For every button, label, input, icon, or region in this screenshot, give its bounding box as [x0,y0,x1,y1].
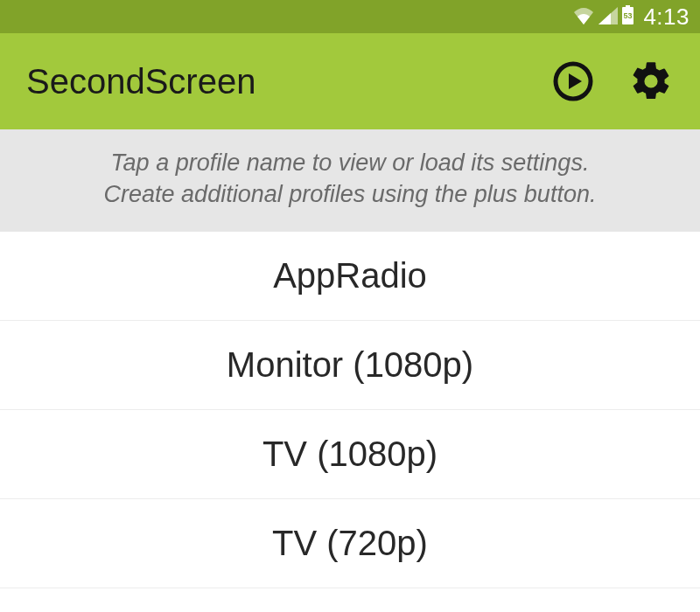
profile-label: TV (720p) [272,524,428,562]
gear-icon[interactable] [628,59,674,104]
wifi-icon [572,3,595,31]
profile-label: TV (1080p) [262,435,438,473]
cell-signal-icon [598,3,618,31]
hint-banner: Tap a profile name to view or load its s… [0,129,700,232]
hint-line-2: Create additional profiles using the plu… [35,178,665,210]
profile-label: Monitor (1080p) [227,345,473,384]
battery-icon: 53 [621,3,634,31]
status-bar: 53 4:13 [0,0,700,33]
action-bar-actions [551,59,674,104]
profile-item-tv-720p[interactable]: TV (720p) [0,499,700,588]
status-icons: 53 4:13 [572,3,690,31]
app-title: SecondScreen [26,62,551,101]
svg-rect-0 [626,5,630,7]
play-icon[interactable] [551,59,595,103]
hint-line-1: Tap a profile name to view or load its s… [35,147,665,178]
profile-label: AppRadio [273,256,427,295]
profile-item-tv-1080p[interactable]: TV (1080p) [0,410,700,499]
battery-level-text: 53 [624,11,633,20]
profile-list: AppRadio Monitor (1080p) TV (1080p) TV (… [0,232,700,588]
action-bar: SecondScreen [0,33,700,129]
profile-item-monitor-1080p[interactable]: Monitor (1080p) [0,321,700,410]
profile-item-appradio[interactable]: AppRadio [0,232,700,321]
status-time: 4:13 [643,3,690,31]
